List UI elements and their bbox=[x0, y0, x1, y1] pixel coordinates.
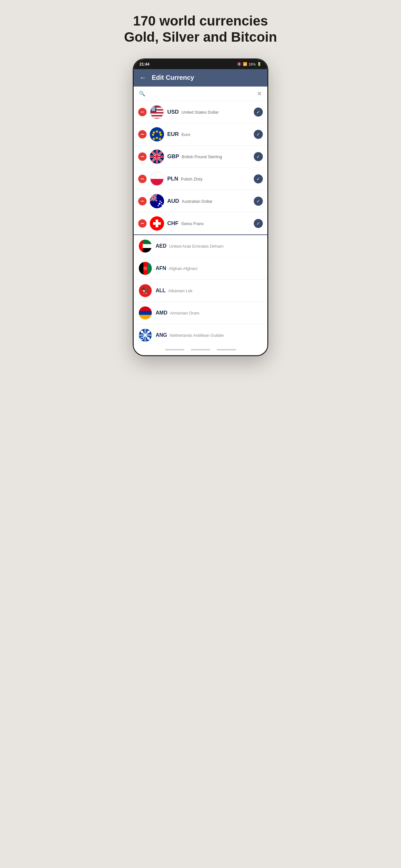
currency-code-chf: CHF bbox=[167, 220, 179, 227]
flag-chf bbox=[150, 216, 164, 230]
currency-info-eur: EUR Euro bbox=[167, 131, 251, 137]
check-pln[interactable]: ✓ bbox=[254, 175, 263, 183]
svg-point-6 bbox=[151, 106, 152, 107]
search-bar[interactable]: 🔍 ✕ bbox=[134, 87, 267, 101]
currency-code-pln: PLN bbox=[167, 176, 178, 182]
app-header: ← Edit Currency bbox=[134, 69, 267, 87]
svg-rect-62 bbox=[139, 262, 143, 275]
search-left: 🔍 bbox=[139, 90, 149, 97]
remove-gbp-button[interactable]: − bbox=[138, 152, 147, 161]
svg-point-18 bbox=[154, 109, 155, 110]
currency-row-amd[interactable]: AMD Armenian Dram bbox=[134, 302, 267, 324]
currency-name-gbp: British Pound Sterling bbox=[182, 154, 222, 159]
svg-rect-3 bbox=[150, 113, 163, 115]
flag-eur bbox=[150, 127, 164, 142]
currency-code-afn: AFN bbox=[156, 266, 166, 271]
currency-info-amd: AMD Armenian Dram bbox=[156, 310, 262, 316]
currency-info-gbp: GBP British Pound Sterling bbox=[167, 153, 251, 160]
currency-row-eur: − bbox=[134, 123, 267, 146]
currency-row-ang[interactable]: ANG Netherlands Antillean Guilder bbox=[134, 324, 267, 346]
currency-info-all: ALL Albanian Lek bbox=[156, 288, 262, 293]
check-chf[interactable]: ✓ bbox=[254, 219, 263, 228]
check-aud[interactable]: ✓ bbox=[254, 197, 263, 206]
currency-info-ang: ANG Netherlands Antillean Guilder bbox=[156, 332, 262, 338]
currency-code-aed: AED bbox=[156, 243, 166, 249]
check-eur[interactable]: ✓ bbox=[254, 130, 263, 139]
hero-title: 170 world currencies Gold, Silver and Bi… bbox=[124, 13, 277, 45]
svg-rect-49 bbox=[150, 197, 157, 198]
svg-rect-69 bbox=[139, 311, 152, 315]
currency-info-pln: PLN Polish Zloty bbox=[167, 176, 251, 182]
svg-point-13 bbox=[153, 110, 154, 111]
status-time: 21:44 bbox=[140, 62, 150, 66]
unselected-currencies-section: AED United Arab Emirates Dirham AFN bbox=[134, 235, 267, 346]
svg-rect-64 bbox=[147, 262, 152, 275]
currency-code-ang: ANG bbox=[156, 332, 167, 338]
currency-row-aed[interactable]: AED United Arab Emirates Dirham bbox=[134, 235, 267, 257]
currency-row-pln: − PLN Polish Zloty ✓ bbox=[134, 168, 267, 190]
phone-frame: 21:44 🔇 📶 18% 🔋 ← Edit Currency 🔍 ✕ − bbox=[133, 58, 268, 356]
flag-usd bbox=[150, 105, 164, 119]
back-button[interactable]: ← bbox=[140, 73, 147, 82]
close-search-button[interactable]: ✕ bbox=[257, 90, 262, 97]
currency-name-pln: Polish Zloty bbox=[181, 177, 203, 182]
svg-point-54 bbox=[158, 205, 159, 206]
svg-rect-38 bbox=[150, 156, 164, 157]
currency-info-afn: AFN Afghan Afghani bbox=[156, 266, 262, 271]
currency-info-usd: USD United States Dollar bbox=[167, 109, 251, 115]
search-icon: 🔍 bbox=[139, 90, 145, 97]
status-icons: 🔇 📶 18% 🔋 bbox=[237, 62, 261, 66]
svg-point-53 bbox=[161, 205, 163, 206]
currency-row-usd: − bbox=[134, 101, 267, 123]
remove-usd-button[interactable]: − bbox=[138, 108, 147, 116]
currency-info-chf: CHF Swiss Franc bbox=[167, 220, 251, 227]
currency-info-aud: AUD Australian Dollar bbox=[167, 198, 251, 205]
svg-point-78 bbox=[147, 337, 150, 340]
svg-text:🦅: 🦅 bbox=[142, 287, 150, 294]
svg-point-51 bbox=[161, 202, 162, 203]
currency-name-usd: United States Dollar bbox=[181, 110, 219, 115]
currency-code-aud: AUD bbox=[167, 198, 179, 205]
svg-point-77 bbox=[141, 337, 143, 340]
flag-all: 🦅 bbox=[139, 284, 152, 297]
check-usd[interactable]: ✓ bbox=[254, 107, 263, 117]
currency-code-usd: USD bbox=[167, 109, 179, 115]
svg-point-16 bbox=[154, 107, 155, 108]
remove-chf-button[interactable]: − bbox=[138, 219, 147, 228]
currency-code-eur: EUR bbox=[167, 131, 179, 137]
svg-point-12 bbox=[151, 110, 152, 111]
remove-eur-button[interactable]: − bbox=[138, 130, 147, 138]
remove-aud-button[interactable]: − bbox=[138, 197, 147, 206]
currency-row-gbp: − GBP British bbox=[134, 146, 267, 168]
currency-info-aed: AED United Arab Emirates Dirham bbox=[156, 243, 262, 249]
remove-pln-button[interactable]: − bbox=[138, 175, 147, 183]
svg-rect-57 bbox=[153, 222, 161, 225]
flag-gbp bbox=[150, 150, 164, 164]
flag-aed bbox=[139, 240, 152, 252]
hero-title-line1: 170 world currencies bbox=[133, 13, 268, 28]
currency-name-amd: Armenian Dram bbox=[170, 311, 199, 315]
check-gbp[interactable]: ✓ bbox=[254, 152, 263, 161]
svg-point-65 bbox=[143, 267, 147, 270]
bottom-bar bbox=[134, 346, 267, 355]
selected-currencies-section: − bbox=[134, 101, 267, 235]
svg-point-8 bbox=[154, 106, 155, 107]
svg-point-20 bbox=[154, 110, 155, 111]
currency-row-all[interactable]: 🦅 ALL Albanian Lek bbox=[134, 280, 267, 302]
hero-section: 170 world currencies Gold, Silver and Bi… bbox=[124, 13, 277, 45]
scroll-indicator-3 bbox=[217, 349, 236, 350]
svg-point-19 bbox=[152, 110, 153, 111]
svg-point-10 bbox=[153, 108, 154, 109]
currency-name-eur: Euro bbox=[181, 132, 190, 137]
currency-code-gbp: GBP bbox=[167, 153, 179, 160]
svg-point-15 bbox=[152, 107, 153, 108]
svg-rect-74 bbox=[139, 334, 152, 336]
currency-code-amd: AMD bbox=[156, 310, 167, 316]
svg-rect-4 bbox=[150, 116, 163, 118]
currency-name-all: Albanian Lek bbox=[168, 288, 192, 293]
currency-name-aud: Australian Dollar bbox=[182, 199, 212, 204]
currency-name-afn: Afghan Afghani bbox=[169, 266, 197, 271]
hero-title-line2: Gold, Silver and Bitcoin bbox=[124, 29, 277, 44]
svg-point-14 bbox=[154, 110, 155, 111]
currency-row-afn[interactable]: AFN Afghan Afghani bbox=[134, 257, 267, 280]
